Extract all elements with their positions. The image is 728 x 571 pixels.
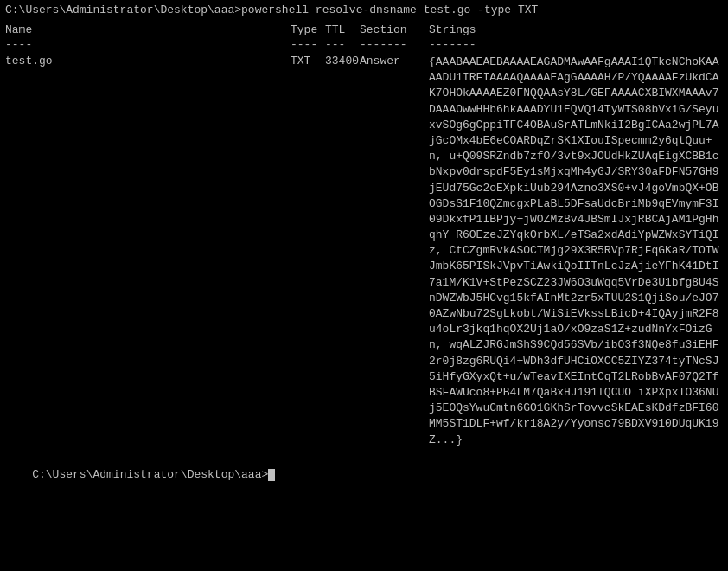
cell-name: test.go (5, 55, 291, 67)
header-name: Name (5, 23, 291, 36)
dash-type: ---- (291, 38, 325, 51)
cell-section: Answer (360, 55, 429, 67)
header-strings: Strings (429, 23, 723, 36)
dash-strings: ------- (429, 38, 723, 51)
cell-ttl: 33400 (325, 55, 360, 67)
header-ttl: TTL (325, 23, 360, 36)
dash-ttl: --- (325, 38, 360, 51)
prompt-text: C:\Users\Administrator\Desktop\aaa> (32, 468, 268, 481)
cell-type: TXT (291, 55, 325, 67)
dash-name: ---- (5, 38, 291, 51)
header-type: Type (291, 23, 325, 36)
command-line: C:\Users\Administrator\Desktop\aaa>power… (5, 3, 723, 16)
cursor (268, 469, 275, 481)
data-row: test.go TXT 33400 Answer {AAABAAEAEBAAAA… (5, 55, 723, 448)
table-header: Name Type TTL Section Strings (5, 23, 723, 36)
cell-strings: {AAABAAEAEBAAAAEAGADMAwAAFgAAAI1QTkcNCho… (429, 55, 723, 448)
strings-value: {AAABAAEAEBAAAAEAGADMAwAAFgAAAI1QTkcNCho… (429, 55, 718, 446)
terminal: C:\Users\Administrator\Desktop\aaa>power… (5, 3, 723, 568)
prompt-line: C:\Users\Administrator\Desktop\aaa> (5, 455, 723, 494)
dash-section: ------- (360, 38, 429, 51)
header-section: Section (360, 23, 429, 36)
table-dashes: ---- ---- --- ------- ------- (5, 38, 723, 51)
